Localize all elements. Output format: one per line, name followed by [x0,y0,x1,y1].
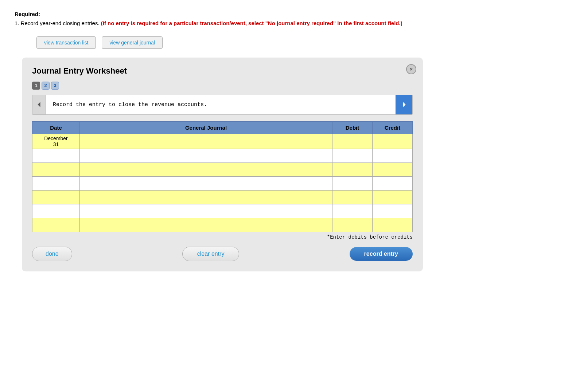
credit-cell-1[interactable] [373,134,413,149]
item-number: 1. [15,20,19,26]
item-text-red: (If no entry is required for a particula… [101,20,402,26]
debit-cell-4[interactable] [332,176,373,190]
required-title: Required: [15,11,561,17]
credit-input-5[interactable] [373,191,412,204]
done-button[interactable]: done [32,247,72,261]
item-text-black: Record year-end closing entries. [21,20,101,26]
step-indicators: 1 2 3 [32,82,413,90]
step-3-badge[interactable]: 3 [51,82,59,90]
table-row: December31 [32,134,413,149]
credit-cell-5[interactable] [373,190,413,204]
instruction-text: Record the entry to close the revenue ac… [46,95,396,114]
credit-input-4[interactable] [373,177,412,190]
date-cell-1: December31 [32,134,80,149]
credit-header: Credit [373,121,413,134]
debit-cell-5[interactable] [332,190,373,204]
credit-cell-2[interactable] [373,149,413,162]
worksheet-title: Journal Entry Worksheet [32,66,413,76]
journal-cell-2[interactable] [80,149,332,162]
step-2-badge[interactable]: 2 [42,82,50,90]
svg-marker-0 [38,102,40,107]
worksheet-container: Journal Entry Worksheet × 1 2 3 Record t… [22,58,423,271]
journal-table: Date General Journal Debit Credit Decemb… [32,121,413,232]
journal-input-7[interactable] [80,218,332,232]
bottom-buttons: done clear entry record entry [32,247,413,261]
table-row [32,149,413,162]
journal-cell-6[interactable] [80,204,332,218]
general-journal-header: General Journal [80,121,332,134]
date-cell-2 [32,149,80,162]
journal-input-3[interactable] [80,163,332,176]
date-cell-5 [32,190,80,204]
debit-input-5[interactable] [332,191,372,204]
credit-input-7[interactable] [373,218,412,232]
svg-marker-1 [403,102,405,107]
view-general-journal-button[interactable]: view general journal [102,36,163,49]
journal-input-6[interactable] [80,204,332,218]
table-row [32,204,413,218]
credit-input-6[interactable] [373,204,412,218]
view-transaction-list-button[interactable]: view transaction list [36,36,96,49]
debit-cell-3[interactable] [332,162,373,176]
debit-input-3[interactable] [332,163,372,176]
required-item: 1. Record year-end closing entries. (If … [15,19,561,28]
step-1-badge[interactable]: 1 [32,82,40,90]
clear-entry-button[interactable]: clear entry [182,247,240,261]
debit-input-1[interactable] [332,134,372,149]
journal-cell-5[interactable] [80,190,332,204]
journal-input-2[interactable] [80,149,332,162]
table-row [32,218,413,232]
note-text: *Enter debits before credits [32,234,413,240]
journal-input-5[interactable] [80,191,332,204]
date-cell-4 [32,176,80,190]
debit-cell-6[interactable] [332,204,373,218]
credit-cell-3[interactable] [373,162,413,176]
journal-cell-3[interactable] [80,162,332,176]
debit-input-7[interactable] [332,218,372,232]
debit-cell-7[interactable] [332,218,373,232]
credit-cell-6[interactable] [373,204,413,218]
date-cell-3 [32,162,80,176]
credit-input-3[interactable] [373,163,412,176]
journal-input-1[interactable] [80,134,332,149]
debit-input-2[interactable] [332,149,372,162]
debit-input-4[interactable] [332,177,372,190]
journal-cell-7[interactable] [80,218,332,232]
credit-cell-7[interactable] [373,218,413,232]
debit-cell-2[interactable] [332,149,373,162]
date-header: Date [32,121,80,134]
required-section: Required: 1. Record year-end closing ent… [15,11,561,28]
date-cell-6 [32,204,80,218]
prev-arrow-button[interactable] [32,95,46,114]
date-cell-7 [32,218,80,232]
record-entry-button[interactable]: record entry [350,247,413,261]
debit-cell-1[interactable] [332,134,373,149]
next-arrow-button[interactable] [396,95,412,114]
credit-input-2[interactable] [373,149,412,162]
debit-header: Debit [332,121,373,134]
journal-cell-4[interactable] [80,176,332,190]
credit-cell-4[interactable] [373,176,413,190]
instruction-area: Record the entry to close the revenue ac… [32,95,413,115]
top-buttons-area: view transaction list view general journ… [36,36,561,49]
close-button[interactable]: × [406,64,416,74]
table-row [32,162,413,176]
credit-input-1[interactable] [373,134,412,149]
table-row [32,190,413,204]
table-row [32,176,413,190]
journal-input-4[interactable] [80,177,332,190]
journal-cell-1[interactable] [80,134,332,149]
debit-input-6[interactable] [332,204,372,218]
